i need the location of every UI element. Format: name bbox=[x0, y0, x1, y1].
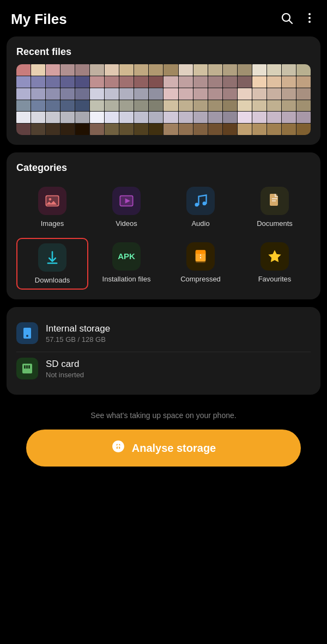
mosaic-cell bbox=[60, 100, 75, 112]
downloads-label: Downloads bbox=[35, 276, 70, 285]
documents-label: Documents bbox=[257, 219, 293, 228]
mosaic-cell bbox=[193, 88, 208, 100]
more-options-icon[interactable] bbox=[303, 11, 316, 28]
mosaic-cell bbox=[90, 100, 104, 112]
mosaic-cell bbox=[60, 124, 75, 135]
categories-title: Categories bbox=[16, 162, 311, 174]
sd-storage-icon bbox=[16, 358, 38, 379]
mosaic-cell bbox=[105, 88, 119, 100]
storage-item-sd[interactable]: SD cardNot inserted bbox=[16, 352, 311, 385]
images-icon bbox=[38, 187, 66, 215]
mosaic-cell bbox=[134, 100, 148, 112]
mosaic-cell bbox=[296, 64, 311, 76]
mosaic-cell bbox=[238, 64, 252, 76]
mosaic-cell bbox=[238, 124, 252, 135]
mosaic-cell bbox=[105, 112, 119, 123]
mosaic-cell bbox=[90, 64, 104, 76]
mosaic-cell bbox=[267, 88, 281, 100]
mosaic-cell bbox=[149, 64, 163, 76]
images-label: Images bbox=[41, 219, 64, 228]
mosaic-cell bbox=[46, 64, 60, 76]
category-item-compressed[interactable]: Compressed bbox=[165, 238, 237, 290]
svg-rect-26 bbox=[28, 365, 30, 369]
mosaic-cell bbox=[252, 100, 267, 112]
compressed-label: Compressed bbox=[180, 275, 221, 284]
mosaic-cell bbox=[193, 64, 208, 76]
page-title: My Files bbox=[11, 11, 67, 28]
svg-marker-20 bbox=[268, 250, 281, 262]
category-item-installation[interactable]: APKInstallation files bbox=[90, 238, 162, 290]
mosaic-cell bbox=[119, 124, 134, 135]
mosaic-cell bbox=[105, 76, 119, 88]
mosaic-cell bbox=[16, 64, 31, 76]
internal-info: Internal storage57.15 GB / 128 GB bbox=[46, 323, 110, 344]
mosaic-cell bbox=[75, 112, 89, 123]
mosaic-cell bbox=[46, 76, 60, 88]
videos-label: Videos bbox=[116, 219, 137, 228]
mosaic-cell bbox=[90, 76, 104, 88]
recent-files-title: Recent files bbox=[16, 46, 311, 58]
mosaic-cell bbox=[134, 124, 148, 135]
category-item-downloads[interactable]: Downloads bbox=[16, 238, 88, 290]
svg-point-7 bbox=[49, 198, 52, 201]
mosaic-cell bbox=[60, 112, 75, 123]
mosaic-cell bbox=[46, 112, 60, 123]
mosaic-cell bbox=[282, 76, 296, 88]
storage-item-internal[interactable]: Internal storage57.15 GB / 128 GB bbox=[16, 317, 311, 349]
svg-point-3 bbox=[308, 17, 311, 19]
analyse-icon bbox=[111, 439, 125, 457]
favourites-label: Favourites bbox=[258, 275, 292, 284]
mosaic-cell bbox=[164, 112, 178, 123]
installation-label: Installation files bbox=[102, 275, 151, 284]
mosaic-cell bbox=[282, 112, 296, 123]
svg-point-4 bbox=[308, 21, 311, 23]
analyse-storage-button[interactable]: Analyse storage bbox=[26, 430, 301, 467]
mosaic-cell bbox=[31, 100, 45, 112]
mosaic-cell bbox=[223, 112, 237, 123]
internal-name: Internal storage bbox=[46, 323, 110, 334]
mosaic-cell bbox=[149, 112, 163, 123]
mosaic-cell bbox=[31, 88, 45, 100]
mosaic-cell bbox=[16, 76, 31, 88]
analyse-hint: See what's taking up space on your phone… bbox=[90, 411, 236, 420]
mosaic-cell bbox=[267, 112, 281, 123]
header: My Files bbox=[0, 0, 327, 36]
mosaic-cell bbox=[193, 76, 208, 88]
category-item-audio[interactable]: Audio bbox=[165, 182, 237, 232]
svg-rect-18 bbox=[196, 250, 206, 254]
recent-files-mosaic[interactable] bbox=[16, 64, 311, 135]
mosaic-cell bbox=[31, 112, 45, 123]
mosaic-cell bbox=[208, 100, 222, 112]
mosaic-cell bbox=[238, 76, 252, 88]
category-item-images[interactable]: Images bbox=[16, 182, 88, 232]
mosaic-cell bbox=[16, 88, 31, 100]
search-icon[interactable] bbox=[280, 11, 293, 28]
mosaic-cell bbox=[60, 88, 75, 100]
mosaic-cell bbox=[193, 124, 208, 135]
mosaic-cell bbox=[267, 76, 281, 88]
svg-point-2 bbox=[308, 13, 311, 15]
mosaic-cell bbox=[223, 100, 237, 112]
category-item-favourites[interactable]: Favourites bbox=[239, 238, 311, 290]
svg-point-11 bbox=[195, 203, 199, 207]
mosaic-cell bbox=[252, 88, 267, 100]
mosaic-cell bbox=[296, 112, 311, 123]
mosaic-cell bbox=[179, 88, 193, 100]
mosaic-cell bbox=[105, 100, 119, 112]
mosaic-cell bbox=[223, 88, 237, 100]
mosaic-cell bbox=[134, 64, 148, 76]
mosaic-cell bbox=[296, 76, 311, 88]
category-item-documents[interactable]: Documents bbox=[239, 182, 311, 232]
mosaic-cell bbox=[149, 88, 163, 100]
internal-sub: 57.15 GB / 128 GB bbox=[46, 335, 110, 344]
category-item-videos[interactable]: Videos bbox=[90, 182, 162, 232]
categories-card: Categories ImagesVideosAudioDocumentsDow… bbox=[7, 152, 320, 299]
mosaic-cell bbox=[16, 100, 31, 112]
videos-icon bbox=[112, 187, 141, 215]
mosaic-cell bbox=[134, 88, 148, 100]
recent-files-card: Recent files bbox=[7, 36, 320, 145]
mosaic-cell bbox=[179, 112, 193, 123]
category-grid: ImagesVideosAudioDocumentsDownloadsAPKIn… bbox=[16, 182, 311, 290]
mosaic-cell bbox=[282, 88, 296, 100]
mosaic-cell bbox=[119, 112, 134, 123]
